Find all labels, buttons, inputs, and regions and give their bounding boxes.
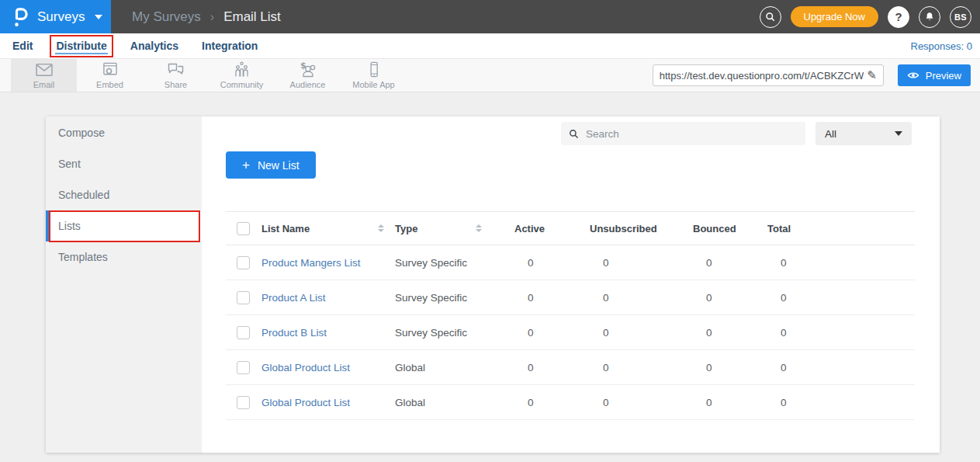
row-checkbox[interactable] [237, 361, 250, 374]
edit-url-icon[interactable]: ✎ [864, 68, 877, 82]
channel-embed[interactable]: Embed [77, 59, 143, 92]
new-list-button-label: New List [258, 159, 300, 172]
email-lists-card: Compose Sent Scheduled Lists Templates [46, 116, 940, 453]
channel-community[interactable]: Community [209, 59, 275, 92]
global-search-button[interactable] [760, 6, 781, 28]
row-checkbox[interactable] [237, 256, 250, 269]
sidebar-item-lists[interactable]: Lists [46, 210, 202, 241]
product-name: Surveys [37, 9, 85, 25]
total-count-cell: 0 [767, 257, 915, 269]
list-type-cell: Global [395, 362, 514, 373]
table-row: Product A List Survey Specific 0 0 0 0 [226, 280, 915, 315]
breadcrumb-parent-link[interactable]: My Surveys [132, 9, 201, 25]
breadcrumb-separator-icon: › [210, 10, 214, 24]
list-type-filter-dropdown[interactable]: All [816, 122, 912, 145]
bounced-count-cell: 0 [693, 257, 767, 269]
breadcrumb: My Surveys › Email List [132, 0, 281, 33]
list-name-link[interactable]: Global Product List [261, 362, 350, 373]
unsubscribed-count-cell: 0 [590, 292, 693, 304]
tab-integration[interactable]: Integration [202, 33, 258, 58]
active-count-cell: 0 [514, 362, 590, 373]
community-icon [232, 61, 251, 78]
row-checkbox[interactable] [237, 326, 250, 339]
bounced-count-cell: 0 [693, 327, 767, 339]
bounced-count-cell: 0 [693, 362, 767, 373]
list-name-link[interactable]: Global Product List [261, 397, 350, 408]
sidebar-item-sent[interactable]: Sent [46, 148, 202, 179]
table-row: Global Product List Global 0 0 0 0 [226, 385, 915, 420]
upgrade-now-button[interactable]: Upgrade Now [791, 6, 879, 27]
tab-edit[interactable]: Edit [12, 33, 33, 58]
channel-share[interactable]: Share [143, 59, 209, 92]
survey-nav-tabs: Edit Distribute Analytics Integration Re… [0, 33, 980, 59]
list-controls-row: All [202, 122, 912, 145]
embed-icon [101, 62, 119, 78]
table-body: Product Mangers List Survey Specific 0 0… [226, 245, 915, 420]
audience-icon: $ [298, 61, 318, 78]
unsubscribed-count-cell: 0 [590, 397, 693, 408]
plus-icon: + [242, 158, 250, 173]
active-count-cell: 0 [514, 327, 590, 339]
email-lists-table: List Name Type Active Unsubscribed Bounc… [226, 211, 915, 420]
sidebar-item-templates[interactable]: Templates [46, 241, 202, 273]
page-background: Compose Sent Scheduled Lists Templates [0, 92, 980, 443]
list-name-link[interactable]: Product B List [261, 327, 327, 339]
column-header-bounced: Bounced [693, 223, 736, 234]
list-type-cell: Survey Specific [395, 257, 514, 269]
list-type-cell: Survey Specific [395, 292, 514, 304]
column-header-active: Active [514, 223, 545, 234]
mobile-app-icon [365, 61, 383, 78]
sidebar-item-compose[interactable]: Compose [46, 117, 202, 148]
list-type-cell: Survey Specific [395, 327, 514, 339]
responses-count[interactable]: Responses: 0 [911, 40, 973, 52]
bell-icon [923, 11, 936, 23]
list-name-link[interactable]: Product Mangers List [261, 257, 361, 269]
tab-distribute[interactable]: Distribute [56, 33, 106, 58]
table-row: Global Product List Global 0 0 0 0 [226, 350, 915, 385]
page-title: Email List [223, 9, 281, 25]
lists-main-panel: All + New List List Name Type [202, 116, 940, 453]
sort-icon[interactable] [378, 224, 384, 232]
questionpro-logo-icon [12, 6, 29, 28]
table-row: Product B List Survey Specific 0 0 0 0 [226, 315, 915, 350]
eye-icon [907, 71, 919, 80]
survey-url-input[interactable] [660, 70, 864, 82]
email-sidebar: Compose Sent Scheduled Lists Templates [46, 116, 202, 453]
email-icon [34, 62, 54, 78]
select-all-checkbox[interactable] [237, 222, 250, 235]
column-header-type[interactable]: Type [395, 223, 417, 234]
channel-label: Embed [96, 80, 123, 89]
distribute-channel-toolbar: Email Embed Share Community $ [0, 59, 980, 92]
channel-audience[interactable]: $ Audience [275, 59, 341, 92]
tab-distribute-label: Distribute [56, 40, 106, 52]
share-icon [166, 62, 185, 78]
active-count-cell: 0 [514, 397, 590, 408]
sort-icon[interactable] [476, 224, 482, 232]
list-search-input[interactable] [586, 128, 798, 140]
tab-analytics[interactable]: Analytics [130, 33, 178, 58]
notifications-button[interactable] [919, 6, 940, 28]
bounced-count-cell: 0 [693, 397, 767, 408]
column-header-list-name[interactable]: List Name [261, 223, 310, 234]
row-checkbox[interactable] [237, 291, 250, 304]
product-switcher[interactable]: Surveys [0, 0, 111, 33]
active-count-cell: 0 [514, 257, 590, 269]
unsubscribed-count-cell: 0 [590, 257, 693, 269]
help-button[interactable]: ? [888, 6, 909, 28]
survey-url-field: ✎ [653, 64, 884, 86]
total-count-cell: 0 [767, 292, 915, 304]
preview-button-label: Preview [926, 70, 961, 82]
sidebar-item-scheduled[interactable]: Scheduled [46, 179, 202, 210]
avatar[interactable]: BS [950, 6, 971, 28]
new-list-button[interactable]: + New List [226, 151, 316, 179]
top-header-bar: Surveys My Surveys › Email List Upgrade … [0, 0, 980, 33]
channel-mobile-app[interactable]: Mobile App [341, 59, 407, 92]
channel-label: Audience [290, 80, 326, 89]
row-checkbox[interactable] [237, 396, 250, 409]
channel-email[interactable]: Email [11, 59, 77, 92]
list-name-link[interactable]: Product A List [261, 292, 326, 304]
topbar-actions: Upgrade Now ? BS [760, 0, 980, 33]
bounced-count-cell: 0 [693, 292, 767, 304]
preview-button[interactable]: Preview [898, 64, 971, 86]
channel-label: Share [164, 80, 187, 89]
